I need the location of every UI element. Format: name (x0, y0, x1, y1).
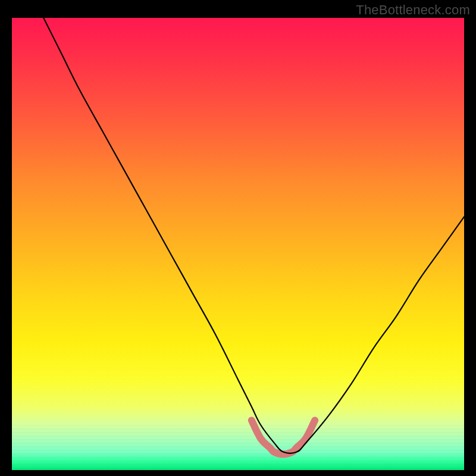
chart-frame: TheBottleneck.com (0, 0, 476, 476)
bottleneck-curve-line (43, 18, 464, 453)
watermark-text: TheBottleneck.com (356, 2, 470, 18)
plot-area (12, 18, 464, 470)
curve-layer (12, 18, 464, 470)
